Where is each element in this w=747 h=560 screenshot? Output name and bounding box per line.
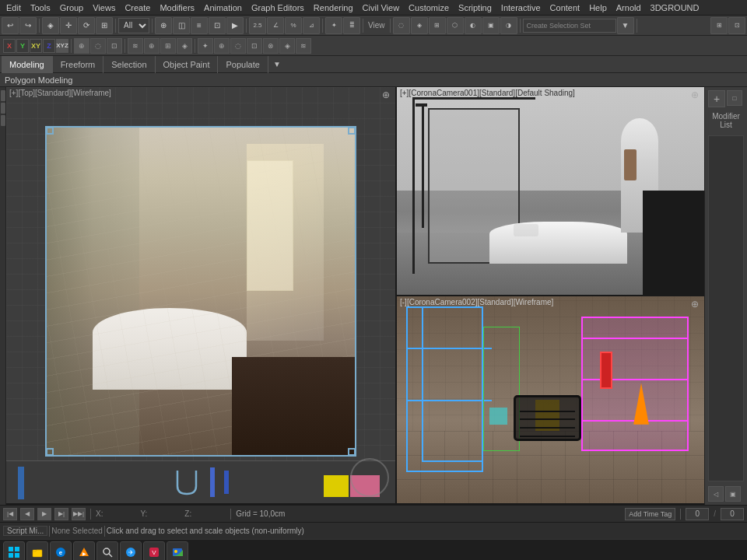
- left-panel-btn-1[interactable]: [1, 90, 5, 101]
- add-time-tag-button[interactable]: Add Time Tag: [625, 508, 675, 520]
- quick-render-button[interactable]: ▶: [226, 17, 244, 34]
- corner-handle-bl[interactable]: [46, 448, 54, 456]
- snap-icon-11[interactable]: ⊡: [247, 38, 262, 54]
- material-editor-button[interactable]: ⬡: [447, 17, 464, 34]
- add-modifier-plus[interactable]: +: [708, 90, 725, 107]
- snap-icon-12[interactable]: ⊗: [263, 38, 279, 54]
- named-sel-button[interactable]: ✦: [325, 17, 342, 34]
- tab-freeform[interactable]: Freeform: [53, 56, 104, 73]
- vp-tr-top-nav[interactable]: ⊕: [689, 89, 701, 101]
- vlc-button[interactable]: ▶: [73, 541, 95, 561]
- layers-button[interactable]: ≣: [343, 17, 360, 34]
- play-start-button[interactable]: |◀: [3, 508, 17, 520]
- snap-toggle-button[interactable]: ⊿: [303, 17, 320, 34]
- tab-modeling[interactable]: Modeling: [2, 56, 53, 73]
- menu-scripting[interactable]: Scripting: [454, 0, 496, 16]
- menu-help[interactable]: Help: [584, 0, 612, 16]
- scale-button[interactable]: ⊞: [96, 17, 113, 34]
- file-manager-button[interactable]: [26, 541, 48, 561]
- axis-special-button[interactable]: XYZ: [56, 39, 68, 53]
- viewport-layout-btn[interactable]: ⊞: [710, 17, 728, 34]
- vp-tr-bottom-nav[interactable]: ⊕: [689, 298, 701, 310]
- left-panel-btn-2[interactable]: [1, 103, 5, 114]
- menu-modifiers[interactable]: Modifiers: [155, 0, 199, 16]
- rp-bottom-btn-2[interactable]: ▣: [725, 486, 741, 502]
- curve-editor-button[interactable]: ◌: [393, 17, 410, 34]
- tab-populate[interactable]: Populate: [218, 56, 268, 73]
- create-sel-btn[interactable]: ▼: [617, 17, 634, 34]
- snap-icon-7[interactable]: ◈: [177, 38, 192, 54]
- magnet-button[interactable]: ⊕: [155, 17, 172, 34]
- menu-edit[interactable]: Edit: [2, 0, 26, 16]
- menu-views[interactable]: Views: [88, 0, 120, 16]
- snap-icon-4[interactable]: ≋: [128, 38, 143, 54]
- rp-icon-btn-1[interactable]: □: [727, 90, 742, 106]
- dope-sheet-button[interactable]: ◈: [411, 17, 428, 34]
- modifier-list-area[interactable]: [708, 135, 744, 481]
- axis-y-button[interactable]: Y: [16, 39, 29, 53]
- frame-input[interactable]: 0: [686, 508, 709, 520]
- viewport-config-btn[interactable]: ⊡: [728, 17, 745, 34]
- corner-handle-tl[interactable]: [46, 127, 54, 135]
- schematic-button[interactable]: ⊞: [429, 17, 446, 34]
- move-button[interactable]: ✛: [60, 17, 77, 34]
- mirror-button[interactable]: ◫: [173, 17, 190, 34]
- app-button-1[interactable]: V: [143, 541, 165, 561]
- undo-button[interactable]: ↩: [2, 17, 19, 34]
- telegram-button[interactable]: ✈: [120, 541, 142, 561]
- menu-rendering[interactable]: Rendering: [309, 0, 358, 16]
- snap-icon-3[interactable]: ⊡: [107, 38, 122, 54]
- snap-2d-button[interactable]: 2.5: [249, 17, 266, 34]
- snap-icon-1[interactable]: ⊕: [74, 38, 89, 54]
- menu-arnold[interactable]: Arnold: [612, 0, 646, 16]
- render-setup-button[interactable]: ◐: [465, 17, 482, 34]
- menu-tools[interactable]: Tools: [26, 0, 55, 16]
- active-shade-button[interactable]: ◑: [500, 17, 517, 34]
- axis-x-button[interactable]: X: [3, 39, 16, 53]
- play-end-button[interactable]: ▶▶|: [72, 508, 86, 520]
- select-button[interactable]: ◈: [42, 17, 59, 34]
- corner-handle-tr[interactable]: [348, 127, 356, 135]
- snap-percent-button[interactable]: %: [285, 17, 302, 34]
- viewport-camera-shaded[interactable]: [+][CoronaCamera001][Standard][Default S…: [397, 87, 704, 296]
- snap-icon-5[interactable]: ⊕: [144, 38, 160, 54]
- snap-icon-14[interactable]: ≋: [296, 38, 311, 54]
- vp-topleft-nav[interactable]: ⊕: [380, 89, 392, 101]
- menu-3dground[interactable]: 3DGROUND: [646, 0, 704, 16]
- menu-animation[interactable]: Animation: [199, 0, 247, 16]
- next-frame-button[interactable]: ▶|: [54, 508, 68, 520]
- array-button[interactable]: ⊡: [209, 17, 226, 34]
- tab-dropdown[interactable]: ▼: [268, 56, 286, 73]
- search-taskbar-button[interactable]: [96, 541, 118, 561]
- align-button[interactable]: ≡: [191, 17, 208, 34]
- rp-bottom-btn-1[interactable]: ◁: [708, 486, 724, 502]
- photo-button[interactable]: [167, 541, 188, 561]
- redo-button[interactable]: ↪: [19, 17, 37, 34]
- menu-group[interactable]: Group: [55, 0, 89, 16]
- viewport-camera-wireframe[interactable]: [-][CoronaCamera002][Standard][Wireframe…: [397, 296, 704, 504]
- snap-icon-9[interactable]: ⊕: [214, 38, 230, 54]
- snap-icon-2[interactable]: ◌: [90, 38, 106, 54]
- corner-handle-br[interactable]: [348, 448, 356, 456]
- menu-content[interactable]: Content: [545, 0, 585, 16]
- snap-icon-6[interactable]: ⊞: [160, 38, 176, 54]
- snap-icon-10[interactable]: ◌: [230, 38, 246, 54]
- snap-icon-13[interactable]: ◈: [279, 38, 295, 54]
- menu-customize[interactable]: Customize: [404, 0, 454, 16]
- menu-interactive[interactable]: Interactive: [496, 0, 545, 16]
- create-selection-set-input[interactable]: Create Selection Set: [523, 19, 616, 33]
- menu-civil-view[interactable]: Civil View: [358, 0, 404, 16]
- render-frame-button[interactable]: ▣: [482, 17, 500, 34]
- play-button[interactable]: ▶: [37, 508, 51, 520]
- rotate-button[interactable]: ⟳: [78, 17, 95, 34]
- snap-icon-8[interactable]: ✦: [198, 38, 213, 54]
- left-panel-btn-3[interactable]: [1, 115, 5, 126]
- menu-create[interactable]: Create: [120, 0, 155, 16]
- menu-graph-editors[interactable]: Graph Editors: [247, 0, 309, 16]
- total-frames-input[interactable]: 0: [721, 508, 744, 520]
- select-filter-dropdown[interactable]: All: [118, 18, 149, 33]
- snap-angle-button[interactable]: ∠: [267, 17, 284, 34]
- tab-selection[interactable]: Selection: [103, 56, 155, 73]
- axis-xy-button[interactable]: XY: [30, 39, 42, 53]
- axis-z-button[interactable]: Z: [43, 39, 55, 53]
